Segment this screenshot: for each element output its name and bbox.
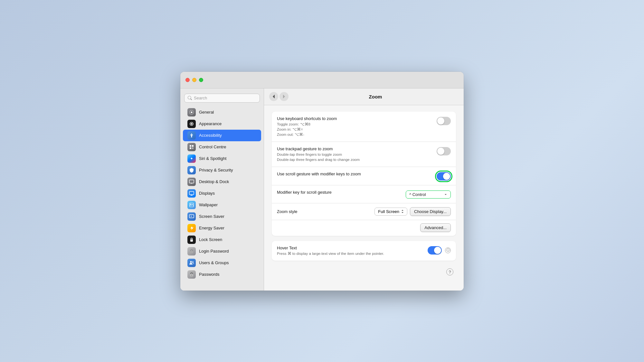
back-button[interactable] <box>269 92 278 101</box>
svg-point-3 <box>191 133 192 134</box>
choose-display-button[interactable]: Choose Display... <box>410 207 451 216</box>
siri-icon: ✦ <box>187 154 196 163</box>
titlebar <box>180 72 464 88</box>
content-area: Search General Appearance Ac <box>180 88 464 291</box>
hover-text-control: ⓘ <box>428 246 451 255</box>
sidebar-item-privacy[interactable]: Privacy & Security <box>183 164 261 176</box>
modifier-control: ^ Control <box>406 190 451 199</box>
modifier-label: Modifier key for scroll gesture <box>277 190 402 195</box>
svg-rect-7 <box>192 147 194 149</box>
sidebar-item-users[interactable]: Users & Groups <box>183 257 261 269</box>
displays-icon <box>187 189 196 198</box>
desktop-icon <box>187 178 196 186</box>
hover-text-info: Hover Text Press ⌘ to display a large-te… <box>277 246 424 256</box>
general-icon <box>187 108 196 116</box>
sidebar-item-label-appearance: Appearance <box>199 121 222 126</box>
sidebar-item-control-centre[interactable]: Control Centre <box>183 141 261 153</box>
sidebar-item-label-lockscreen: Lock Screen <box>199 237 222 242</box>
modifier-info: Modifier key for scroll gesture <box>277 190 402 195</box>
keyboard-shortcuts-toggle[interactable] <box>437 117 451 125</box>
svg-point-19 <box>192 261 194 263</box>
sidebar-item-displays[interactable]: Displays <box>183 188 261 199</box>
chevron-down-icon <box>444 193 447 196</box>
modifier-dropdown[interactable]: ^ Control <box>406 190 451 199</box>
hover-text-desc: Press ⌘ to display a large-text view of … <box>277 251 424 256</box>
settings-body: Use keyboard shortcuts to zoom Toggle zo… <box>264 105 464 291</box>
sidebar-item-label-displays: Displays <box>199 191 215 196</box>
sidebar-item-appearance[interactable]: Appearance <box>183 118 261 130</box>
users-icon <box>187 259 196 267</box>
loginpassword-icon <box>187 247 196 255</box>
sidebar-item-label-wallpaper: Wallpaper <box>199 202 218 207</box>
svg-rect-6 <box>190 147 191 149</box>
traffic-lights <box>185 78 203 82</box>
main-header: Zoom <box>264 88 464 105</box>
trackpad-toggle[interactable] <box>437 147 451 155</box>
keyboard-shortcuts-control <box>437 117 451 125</box>
maximize-button[interactable] <box>199 78 203 82</box>
stepper-arrows-icon <box>401 209 404 214</box>
zoom-settings-card: Use keyboard shortcuts to zoom Toggle zo… <box>272 112 456 236</box>
sidebar-item-lockscreen[interactable]: Lock Screen <box>183 234 261 246</box>
scroll-gesture-toggle[interactable] <box>437 172 451 181</box>
help-button[interactable]: ? <box>446 268 453 275</box>
sidebar-item-loginpassword[interactable]: Login Password <box>183 246 261 257</box>
advanced-button[interactable]: Advanced... <box>420 223 451 232</box>
passwords-icon <box>187 270 196 279</box>
trackpad-gesture-row: Use trackpad gesture to zoom Double-tap … <box>272 142 456 167</box>
zoom-style-controls: Full Screen Choose Display... <box>374 207 451 216</box>
trackpad-info: Use trackpad gesture to zoom Double-tap … <box>277 146 433 162</box>
svg-point-2 <box>191 123 193 125</box>
sidebar-item-wallpaper[interactable]: Wallpaper <box>183 199 261 211</box>
search-icon <box>188 96 192 100</box>
close-button[interactable] <box>185 78 190 82</box>
forward-button[interactable] <box>279 92 289 101</box>
privacy-icon <box>187 166 196 174</box>
svg-rect-16 <box>190 239 193 242</box>
nav-buttons <box>269 92 289 101</box>
minimize-button[interactable] <box>192 78 196 82</box>
search-container: Search <box>180 92 264 107</box>
hover-text-title: Hover Text <box>277 246 424 250</box>
sidebar-item-energy[interactable]: Energy Saver <box>183 222 261 234</box>
hover-text-info-button[interactable]: ⓘ <box>445 247 451 253</box>
sidebar-item-label-accessibility: Accessibility <box>199 133 222 138</box>
zoom-style-value: Full Screen <box>378 209 399 214</box>
sidebar-item-screensaver[interactable]: Screen Saver <box>183 211 261 222</box>
sidebar-item-general[interactable]: General <box>183 107 261 118</box>
sidebar-item-accessibility[interactable]: Accessibility <box>183 130 261 141</box>
keyboard-shortcuts-desc: Toggle zoom: ⌥⌘8Zoom in: ⌥⌘=Zoom out: ⌥⌘… <box>277 122 433 137</box>
svg-rect-8 <box>189 180 194 183</box>
sidebar-item-siri[interactable]: ✦ Siri & Spotlight <box>183 153 261 164</box>
sidebar-item-passwords[interactable]: Passwords <box>183 269 261 280</box>
page-title: Zoom <box>292 94 459 99</box>
lockscreen-icon <box>187 236 196 244</box>
svg-rect-11 <box>189 191 194 195</box>
sidebar-item-label-privacy: Privacy & Security <box>199 168 233 172</box>
hover-text-toggle[interactable] <box>428 246 442 255</box>
trackpad-control <box>437 147 451 155</box>
keyboard-shortcuts-title: Use keyboard shortcuts to zoom <box>277 116 433 121</box>
keyboard-shortcuts-row: Use keyboard shortcuts to zoom Toggle zo… <box>272 112 456 142</box>
sidebar-item-label-general: General <box>199 110 214 115</box>
svg-point-14 <box>190 204 191 204</box>
search-placeholder: Search <box>194 96 207 100</box>
scroll-title: Use scroll gesture with modifier keys to… <box>277 172 433 176</box>
appearance-icon <box>187 120 196 128</box>
wallpaper-icon <box>187 201 196 209</box>
trackpad-desc: Double-tap three fingers to toggle zoomD… <box>277 152 433 162</box>
search-input[interactable]: Search <box>184 94 260 103</box>
svg-point-21 <box>191 275 192 275</box>
sidebar-item-label-control: Control Centre <box>199 144 226 149</box>
main-content: Zoom Use keyboard shortcuts to zoom Togg… <box>264 88 464 291</box>
scroll-gesture-row: Use scroll gesture with modifier keys to… <box>272 167 456 185</box>
sidebar-item-desktop[interactable]: Desktop & Dock <box>183 176 261 188</box>
zoom-style-row: Zoom style Full Screen Choose Display... <box>272 203 456 220</box>
energy-icon <box>187 224 196 232</box>
sidebar-item-label-passwords: Passwords <box>199 272 220 277</box>
control-centre-icon <box>187 143 196 151</box>
zoom-style-stepper[interactable]: Full Screen <box>374 208 407 216</box>
svg-point-18 <box>190 261 192 263</box>
sidebar-item-label-users: Users & Groups <box>199 260 229 265</box>
modifier-dropdown-value: ^ Control <box>409 192 426 197</box>
